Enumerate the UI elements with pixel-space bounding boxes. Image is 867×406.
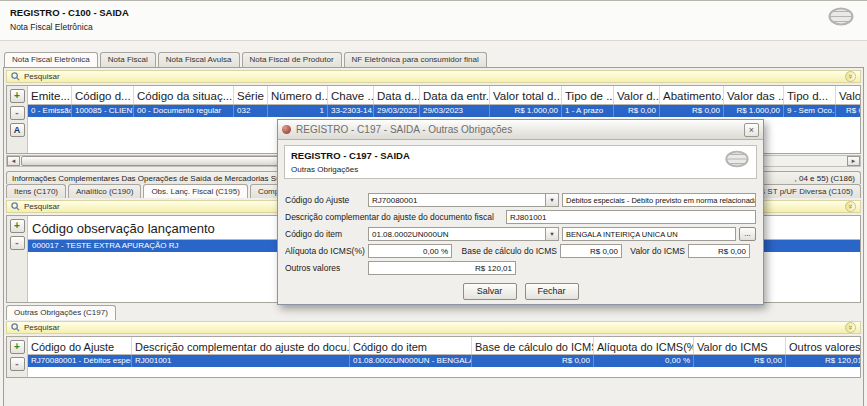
scroll-left-button[interactable]: ◄ bbox=[7, 156, 20, 166]
chevron-down-icon[interactable]: ▼ bbox=[546, 227, 559, 241]
collapse-panel-button[interactable]: » bbox=[845, 201, 856, 212]
tab-nota-fiscal-eletronica[interactable]: Nota Fiscal Eletrônica bbox=[4, 52, 98, 67]
form-row: Alíquota do ICMS(%) 0,00 % Base de cálcu… bbox=[285, 244, 756, 258]
c197-dialog: REGISTRO - C197 - SAIDA - Outras Obrigaç… bbox=[277, 119, 764, 305]
c197-grid-toolbar: + - bbox=[7, 337, 28, 377]
table-row-selected[interactable]: RJ70080001 - Débitos especiais - D... RJ… bbox=[28, 355, 860, 367]
codigo-item-select[interactable]: 01.08.0002UN000UN ▼ bbox=[368, 227, 559, 241]
close-icon[interactable]: × bbox=[744, 123, 759, 137]
column-header[interactable]: Valor das ... bbox=[724, 86, 784, 104]
tab-nfe-consumidor-final[interactable]: NF Eletrônica para consumidor final bbox=[344, 52, 487, 67]
form-row: Outros valores R$ 120,01 bbox=[285, 261, 756, 275]
grid-cell: R$ 1.000,00 bbox=[724, 105, 784, 117]
column-header[interactable]: Valor d... bbox=[614, 86, 660, 104]
grid-cell: 29/03/2023 bbox=[374, 105, 420, 117]
tab-itens-c170[interactable]: Itens (C170) bbox=[6, 184, 66, 198]
outros-valores-field[interactable]: R$ 120,01 bbox=[368, 261, 516, 275]
salvar-button[interactable]: Salvar bbox=[463, 283, 517, 300]
valor-icms-label: Valor do ICMS bbox=[625, 246, 685, 256]
tab-obs-lanc-fiscal-c195[interactable]: Obs. Lanç. Fiscal (C195) bbox=[143, 184, 247, 198]
column-header[interactable]: Emite... bbox=[28, 86, 72, 104]
search-panel-documents: Pesquisar » bbox=[6, 70, 861, 83]
descricao-complementar-field[interactable]: RJ801001 bbox=[506, 210, 756, 224]
remove-record-button[interactable]: - bbox=[10, 236, 25, 250]
collapse-panel-button[interactable]: » bbox=[845, 322, 856, 333]
grid-cell: 1 - A prazo bbox=[562, 105, 614, 117]
column-header[interactable]: Chave ... bbox=[328, 86, 374, 104]
column-header[interactable]: Número d... bbox=[268, 86, 328, 104]
base-calculo-icms-field[interactable]: R$ 0,00 bbox=[560, 244, 622, 258]
column-header[interactable]: Abatimento... bbox=[660, 86, 724, 104]
column-header[interactable]: Descrição complementar do ajuste do docu… bbox=[132, 337, 350, 354]
add-record-button[interactable]: + bbox=[10, 219, 25, 233]
aliquota-icms-field[interactable]: 0,00 % bbox=[368, 244, 452, 258]
aliquota-icms-label: Alíquota do ICMS(%) bbox=[285, 246, 365, 256]
codigo-ajuste-value[interactable]: RJ70080001 bbox=[368, 193, 546, 207]
browse-button[interactable]: ... bbox=[739, 227, 756, 241]
dialog-titlebar[interactable]: REGISTRO - C197 - SAIDA - Outras Obrigaç… bbox=[278, 120, 763, 140]
grid-cell: R$ 0,00 bbox=[694, 355, 786, 367]
tab-nota-fiscal-de-produtor[interactable]: Nota Fiscal de Produtor bbox=[242, 52, 342, 67]
scroll-right-button[interactable]: ► bbox=[847, 156, 860, 166]
fechar-button[interactable]: Fechar bbox=[525, 283, 579, 300]
tab-nota-fiscal-avulsa[interactable]: Nota Fiscal Avulsa bbox=[158, 52, 240, 67]
column-header[interactable]: Valor do ICMS bbox=[694, 337, 786, 354]
column-header[interactable]: Código do Ajuste bbox=[28, 337, 132, 354]
dialog-header: REGISTRO - C197 - SAIDA Outras Obrigaçõe… bbox=[284, 145, 757, 179]
grid-cell: RJ001001 bbox=[132, 355, 350, 367]
chevron-down-icon[interactable]: ▼ bbox=[546, 193, 559, 207]
collapse-panel-button[interactable]: » bbox=[845, 71, 856, 82]
grid-cell: 29/03/2023 bbox=[420, 105, 490, 117]
form-row: Código do item 01.08.0002UN000UN ▼ BENGA… bbox=[285, 227, 756, 241]
grid-cell: R$ 1.000,00 bbox=[490, 105, 562, 117]
remove-record-button[interactable]: - bbox=[10, 106, 25, 120]
column-header[interactable]: Código do item bbox=[350, 337, 472, 354]
column-header[interactable]: Alíquota do ICMS(%) bbox=[594, 337, 694, 354]
dialog-register-subtitle: Outras Obrigações bbox=[291, 165, 410, 174]
tab-outras-obrigacoes-c197[interactable]: Outras Obrigações (C197) bbox=[6, 305, 116, 320]
table-row-selected[interactable]: 0 - Emissão... 100085 - CLIENTE ... 00 -… bbox=[28, 105, 860, 117]
outros-valores-label: Outros valores bbox=[285, 263, 365, 273]
search-panel-c197: Pesquisar » bbox=[6, 321, 861, 334]
column-header[interactable]: Código d... bbox=[72, 86, 134, 104]
search-icon bbox=[11, 202, 20, 211]
grid-cell: 032 bbox=[234, 105, 268, 117]
column-header[interactable]: Série bbox=[234, 86, 268, 104]
grid-cell: 100085 - CLIENTE ... bbox=[72, 105, 134, 117]
page-title: REGISTRO - C100 - SAIDA bbox=[10, 7, 129, 18]
tab-nota-fiscal[interactable]: Nota Fiscal bbox=[100, 52, 156, 67]
column-header[interactable]: Valor total d... bbox=[490, 86, 562, 104]
grid-empty-area bbox=[28, 367, 860, 375]
codigo-ajuste-label: Código do Ajuste bbox=[285, 195, 365, 205]
form-row: Descrição complementar do ajuste do docu… bbox=[285, 210, 756, 224]
info-tab-label-right: , 04 e 55) (C186) bbox=[795, 174, 855, 183]
valor-icms-field[interactable]: R$ 0,00 bbox=[688, 244, 750, 258]
tab-analitico-c190[interactable]: Analítico (C190) bbox=[68, 184, 141, 198]
column-header[interactable]: Data d... bbox=[374, 86, 420, 104]
grid-cell: 01.08.0002UN000UN - BENGALA I... bbox=[350, 355, 472, 367]
add-record-button[interactable]: + bbox=[10, 340, 25, 354]
column-header[interactable]: Tipo de ... bbox=[562, 86, 614, 104]
c197-grid-body: Código do Ajuste Descrição complementar … bbox=[28, 337, 860, 377]
descricao-complementar-label: Descrição complementar do ajuste do docu… bbox=[285, 212, 503, 222]
add-record-button[interactable]: + bbox=[10, 89, 25, 103]
app-header-titles: REGISTRO - C100 - SAIDA Nota Fiscal Elet… bbox=[10, 7, 129, 40]
app-header: REGISTRO - C100 - SAIDA Nota Fiscal Elet… bbox=[0, 1, 867, 41]
column-header[interactable]: Data da entr... bbox=[420, 86, 490, 104]
codigo-ajuste-select[interactable]: RJ70080001 ▼ bbox=[368, 193, 559, 207]
dialog-title: REGISTRO - C197 - SAIDA - Outras Obrigaç… bbox=[296, 124, 739, 135]
dialog-button-row: Salvar Fechar bbox=[285, 283, 756, 300]
grid-cell: R$ 0,00 bbox=[472, 355, 594, 367]
form-row: Código do Ajuste RJ70080001 ▼ Débitos es… bbox=[285, 193, 756, 207]
grid-cell: 0 - Emissão... bbox=[28, 105, 72, 117]
font-a-button[interactable]: A bbox=[10, 123, 25, 137]
company-logo-icon bbox=[724, 150, 750, 168]
base-calculo-icms-label: Base de cálculo do ICMS bbox=[455, 246, 557, 256]
remove-record-button[interactable]: - bbox=[10, 357, 25, 371]
codigo-item-value[interactable]: 01.08.0002UN000UN bbox=[368, 227, 546, 241]
column-header[interactable]: Tipo d... bbox=[784, 86, 836, 104]
column-header[interactable]: Valor ... bbox=[836, 86, 860, 104]
column-header[interactable]: Código da situaç... bbox=[134, 86, 234, 104]
column-header[interactable]: Outros valores bbox=[786, 337, 860, 354]
column-header[interactable]: Base de cálculo do ICMS bbox=[472, 337, 594, 354]
